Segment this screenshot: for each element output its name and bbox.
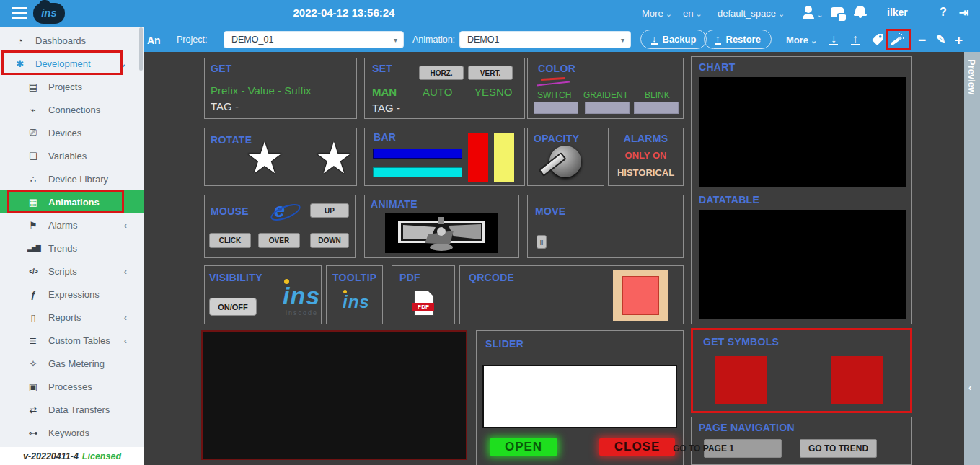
set-horz-button[interactable]: HORZ. <box>419 66 464 80</box>
sidebar-item-processes[interactable]: ▣ Processes <box>0 375 144 398</box>
toolbar-more-menu[interactable]: More⌄ <box>786 35 817 45</box>
ins-logo-small[interactable]: ins <box>343 292 370 312</box>
project-select[interactable]: DEMO_01 ▾ <box>224 31 404 48</box>
upload-icon[interactable]: ↑ <box>851 32 860 45</box>
set-yesno-button[interactable]: YESNO <box>474 86 513 98</box>
notifications-bell-icon[interactable] <box>855 6 865 14</box>
help-button[interactable]: ? <box>940 6 947 19</box>
chart-placeholder[interactable] <box>699 77 906 187</box>
edit-pencil-icon[interactable]: ✎ <box>936 32 945 46</box>
sidebar-item-label: Animations <box>48 197 100 208</box>
app-logo[interactable]: ins <box>33 3 65 24</box>
move-drag-handle[interactable]: || <box>537 235 547 249</box>
color-blink-swatch[interactable] <box>634 102 679 114</box>
color-switch-swatch[interactable] <box>534 102 578 114</box>
slider-close-button[interactable]: CLOSE <box>599 438 675 456</box>
sidebar-item-custom-tables[interactable]: ≣ Custom Tables ‹ <box>0 329 144 352</box>
logout-icon[interactable]: ⇥ <box>959 6 968 19</box>
pdf-file-icon[interactable]: PDF <box>414 291 434 316</box>
page-navigation-panel-title: PAGE NAVIGATION <box>699 422 795 433</box>
sidebar-item-devices[interactable]: ⎚ Devices <box>0 121 144 144</box>
sidebar-item-trends[interactable]: ▂▅▇ Trends <box>0 236 144 260</box>
visibility-onoff-button[interactable]: ON/OFF <box>209 298 257 316</box>
tag-icon[interactable] <box>871 33 883 48</box>
bar-vertical-red[interactable] <box>468 133 488 182</box>
database-icon: ≣ <box>27 335 39 346</box>
qrcode-placeholder-inner <box>622 276 659 315</box>
sidebar-item-connections[interactable]: ⌁ Connections <box>0 98 144 121</box>
page-navigation-panel: PAGE NAVIGATION GO TO PAGE 1 GO TO TREND <box>691 417 912 465</box>
sidebar-item-variables[interactable]: ❏ Variables <box>0 144 144 167</box>
chevron-left-icon[interactable]: ‹ <box>968 382 971 393</box>
animate-fan-image[interactable] <box>385 213 498 253</box>
set-tag-label[interactable]: TAG - <box>372 102 400 114</box>
sidebar-item-expressions[interactable]: ƒ Expressions <box>0 283 144 306</box>
sidebar-item-dashboards[interactable]: ◔ Dashboards <box>0 29 144 52</box>
sidebar-item-alarms[interactable]: ⚑ Alarms ‹ <box>0 213 144 236</box>
get-symbols-panel-title: GET SYMBOLS <box>703 336 779 347</box>
restore-button[interactable]: ↑ Restore <box>704 30 772 49</box>
set-man-button[interactable]: MAN <box>372 86 397 98</box>
bar-horizontal-cyan[interactable] <box>373 167 462 177</box>
go-to-trend-button[interactable]: GO TO TREND <box>800 439 877 458</box>
plug-icon: ⌁ <box>27 105 39 115</box>
briefcase-icon: ▤ <box>27 81 39 92</box>
user-account-icon[interactable] <box>803 6 814 19</box>
sidebar-item-animations[interactable]: ▦ Animations <box>0 190 144 213</box>
sidebar-item-keywords[interactable]: ⊶ Keywords <box>0 421 144 444</box>
go-to-page-button[interactable]: GO TO PAGE 1 <box>704 439 782 458</box>
red-scribble-line <box>541 77 565 81</box>
preview-side-strip[interactable]: Preview ‹ <box>964 52 980 465</box>
bar-horizontal-blue[interactable] <box>373 149 462 159</box>
symbol-square-2[interactable] <box>831 356 883 404</box>
messages-icon[interactable] <box>831 7 844 17</box>
get-prefix-value-suffix[interactable]: Prefix - Value - Suffix <box>211 84 312 97</box>
set-vert-button[interactable]: VERT. <box>468 66 513 80</box>
sidebar-item-device-library[interactable]: ∴ Device Library <box>0 167 144 190</box>
symbol-square-1[interactable] <box>715 356 767 404</box>
magic-wand-icon[interactable] <box>890 33 904 49</box>
rotate-star-2[interactable]: ★ <box>314 137 353 180</box>
zoom-in-plus-icon[interactable]: + <box>955 32 963 48</box>
sidebar-item-label: Custom Tables <box>48 335 110 346</box>
mouse-over-button[interactable]: OVER <box>258 233 300 248</box>
hamburger-menu-icon[interactable] <box>12 7 27 19</box>
alarms-only-on-label[interactable]: ONLY ON <box>609 150 683 161</box>
sidebar-item-reports[interactable]: ▯ Reports ‹ <box>0 306 144 329</box>
backup-button[interactable]: ↓ Backup <box>640 30 707 49</box>
set-auto-button[interactable]: AUTO <box>423 86 452 98</box>
sidebar-item-scripts[interactable]: </> Scripts ‹ <box>0 260 144 283</box>
bar-panel: BAR <box>364 128 525 186</box>
alarms-historical-label[interactable]: HISTORICAL <box>609 167 683 178</box>
bar-vertical-yellow[interactable] <box>494 133 514 182</box>
animation-select[interactable]: DEMO1 ▾ <box>459 31 631 48</box>
sidebar-item-development[interactable]: ✱ Development ⌄ <box>0 52 144 75</box>
color-gradient-swatch[interactable] <box>585 102 630 114</box>
zoom-out-minus-icon[interactable]: − <box>918 32 926 48</box>
animation-toolbar: An Project: DEMO_01 ▾ Animation: DEMO1 ▾… <box>144 27 980 52</box>
header-more-menu[interactable]: More⌄ <box>642 8 672 19</box>
sidebar-item-projects[interactable]: ▤ Projects <box>0 75 144 98</box>
chevron-down-icon[interactable]: ⌄ <box>817 11 823 19</box>
slider-track-area[interactable] <box>482 365 677 428</box>
datatable-placeholder[interactable] <box>699 210 906 319</box>
mouse-click-button[interactable]: CLICK <box>209 233 251 248</box>
trend-placeholder[interactable] <box>201 330 467 460</box>
rotate-star-1[interactable]: ★ <box>245 137 284 180</box>
internet-explorer-icon[interactable]: e <box>274 200 285 222</box>
sidebar-item-data-transfers[interactable]: ⇄ Data Transfers <box>0 398 144 421</box>
qrcode-placeholder-outer[interactable] <box>613 270 668 321</box>
mouse-up-button[interactable]: UP <box>310 203 349 218</box>
mouse-down-button[interactable]: DOWN <box>310 233 349 248</box>
visibility-panel: VISIBILITY ON/OFF ins inscode <box>204 265 322 324</box>
username-label[interactable]: ilker <box>887 6 908 18</box>
header-space-menu[interactable]: default_space⌄ <box>718 8 785 19</box>
tooltip-panel-title: TOOLTIP <box>332 272 376 283</box>
get-tag-label[interactable]: TAG - <box>211 100 239 112</box>
slider-open-button[interactable]: OPEN <box>490 438 557 456</box>
sidebar-item-gas-metering[interactable]: ✧ Gas Metering <box>0 352 144 375</box>
sidebar-item-label: Devices <box>48 128 81 138</box>
slider-panel-title: SLIDER <box>485 338 524 350</box>
download-icon[interactable]: ↓ <box>829 32 838 45</box>
header-language-menu[interactable]: en⌄ <box>683 8 702 19</box>
